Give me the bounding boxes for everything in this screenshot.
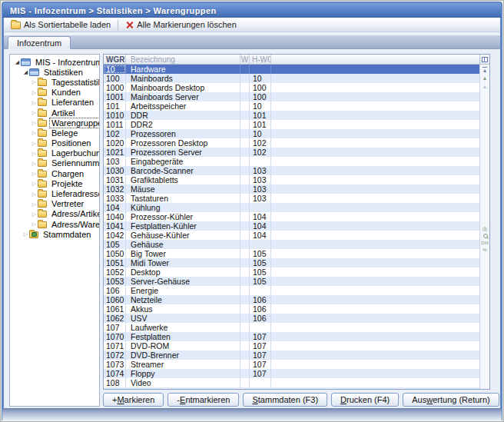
column-header-w[interactable]: W bbox=[240, 55, 250, 64]
table-row[interactable]: 1060Netzteile106 bbox=[104, 295, 479, 304]
collapsed-arrow-icon[interactable]: ▷ bbox=[22, 231, 29, 238]
cell-bezeichnung: Midi Tower bbox=[126, 258, 240, 267]
search-icon[interactable] bbox=[482, 233, 488, 240]
table-row[interactable]: 108Video bbox=[104, 378, 479, 387]
table-row[interactable]: 105Gehäuse bbox=[104, 240, 479, 249]
table-row[interactable]: 1051Midi Tower105 bbox=[104, 258, 479, 267]
table-row[interactable]: 107Laufwerke bbox=[104, 323, 479, 332]
table-row[interactable]: 1030Barcode-Scanner103 bbox=[104, 166, 479, 175]
table-row[interactable]: 106Energie bbox=[104, 286, 479, 295]
table-row[interactable]: 1031Grafiktabletts103 bbox=[104, 175, 479, 184]
tree-item-tagesstatistik[interactable]: ▷Tagesstatistik bbox=[10, 77, 99, 87]
scroll-first-icon[interactable]: ▲ bbox=[482, 67, 488, 74]
mark-button[interactable]: + Markieren bbox=[103, 393, 164, 407]
tree-item-statistiken[interactable]: ◢Statistiken bbox=[10, 67, 99, 77]
collapsed-arrow-icon[interactable]: ▷ bbox=[31, 140, 38, 147]
tree-item-adress-artikel[interactable]: ▷Adress/Artikel bbox=[10, 209, 99, 219]
table-row[interactable]: 101Arbeitsspeicher10 bbox=[104, 101, 479, 111]
table-row[interactable]: 102Prozessoren10 bbox=[104, 129, 479, 138]
title-bar[interactable]: MIS - Infozentrum > Statistiken > Wareng… bbox=[3, 3, 501, 18]
load-sort-table-button[interactable]: Als Sortiertabelle laden bbox=[7, 18, 114, 32]
tree-item-chargen[interactable]: ▷Chargen bbox=[10, 168, 99, 178]
tree-item-artikel[interactable]: ▷Artikel bbox=[10, 108, 99, 118]
table-row[interactable]: 1041Festplatten-Kühler104 bbox=[104, 221, 479, 231]
window-frame: MIS - Infozentrum > Statistiken > Wareng… bbox=[2, 2, 502, 420]
table-row[interactable]: 1073Streamer107 bbox=[104, 360, 479, 369]
collapsed-arrow-icon[interactable]: ▷ bbox=[31, 191, 38, 198]
table-row[interactable]: 103Eingabegeräte bbox=[104, 157, 479, 166]
table-row[interactable]: 1052Desktop105 bbox=[104, 267, 479, 277]
stammdaten-button[interactable]: Stammdaten (F3) bbox=[243, 393, 327, 407]
cell-h-wgr bbox=[250, 323, 271, 332]
unmark-button[interactable]: - Entmarkieren bbox=[167, 393, 239, 407]
report-button[interactable]: Auswertung (Return) bbox=[403, 393, 499, 407]
clear-marks-button[interactable]: Alle Markierungen löschen bbox=[121, 18, 240, 32]
table-row[interactable]: 1011DDR2101 bbox=[104, 120, 479, 129]
table-row[interactable]: 1001Mainboards Server100 bbox=[104, 92, 479, 101]
tree-item-lagerbuchungen[interactable]: ▷Lagerbuchungen bbox=[10, 148, 99, 158]
column-header-wgr[interactable]: WGR▼ bbox=[104, 55, 126, 64]
table-row[interactable]: 1033Tastaturen103 bbox=[104, 194, 479, 203]
table-row[interactable]: 1042Gehäuse-Kühler104 bbox=[104, 231, 479, 240]
collapsed-arrow-icon[interactable]: ▷ bbox=[31, 160, 38, 167]
tree-item-seriennummern[interactable]: ▷Seriennummern bbox=[10, 158, 99, 168]
column-header-bezeichnung[interactable]: Bezeichnung bbox=[126, 55, 240, 64]
tree-item-vertreter[interactable]: ▷Vertreter bbox=[10, 199, 99, 209]
page-up-icon[interactable]: ▲ bbox=[482, 82, 488, 91]
print-button[interactable]: Drucken (F4) bbox=[331, 393, 399, 407]
collapsed-arrow-icon[interactable]: ▷ bbox=[31, 201, 38, 208]
cell-w bbox=[240, 304, 250, 314]
table-row[interactable]: 100Mainboards10 bbox=[104, 74, 479, 83]
table-row[interactable]: 1050Big Tower105 bbox=[104, 249, 479, 258]
tree-item-projekte[interactable]: ▷Projekte bbox=[10, 178, 99, 188]
percent-icon[interactable]: % bbox=[482, 247, 486, 254]
cell-filler bbox=[271, 92, 479, 101]
collapsed-arrow-icon[interactable]: ▷ bbox=[31, 211, 38, 218]
table-row[interactable]: 1040Prozessor-Kühler104 bbox=[104, 212, 479, 221]
autosize-columns-icon[interactable]: (∥) bbox=[482, 226, 488, 233]
column-chooser-button[interactable] bbox=[479, 55, 489, 65]
expanded-arrow-icon[interactable]: ◢ bbox=[22, 68, 29, 75]
table-row[interactable]: 1062USV106 bbox=[104, 314, 479, 323]
column-header-h-wgr[interactable]: H-WGR bbox=[250, 55, 271, 64]
tree-item-stammdaten[interactable]: ▷Stammdaten bbox=[10, 229, 99, 239]
collapsed-arrow-icon[interactable]: ▷ bbox=[31, 170, 38, 177]
table-row[interactable]: 104Kühlung bbox=[104, 203, 479, 212]
table-row[interactable]: 1053Server-Gehäuse105 bbox=[104, 277, 479, 286]
tree-item-kunden[interactable]: ▷Kunden bbox=[10, 88, 99, 98]
table-row[interactable]: 1010DDR101 bbox=[104, 111, 479, 120]
tree-item-mis-infozentrum[interactable]: ◢MIS - Infozentrum bbox=[10, 57, 99, 67]
expanded-arrow-icon[interactable]: ◢ bbox=[14, 58, 21, 65]
tree-item-lieferadressen[interactable]: ▷Lieferadressen bbox=[10, 188, 99, 198]
cell-wgr: 106 bbox=[104, 286, 126, 295]
tree-item-positionen[interactable]: ▷Positionen bbox=[10, 138, 99, 148]
tab-infozentrum[interactable]: Infozentrum bbox=[8, 36, 71, 49]
table-row[interactable]: 10Hardware bbox=[104, 65, 479, 74]
table-row[interactable]: 1021Prozessoren Server102 bbox=[104, 148, 479, 157]
collapsed-arrow-icon[interactable]: ▷ bbox=[31, 109, 38, 116]
tree-item-lieferanten[interactable]: ▷Lieferanten bbox=[10, 98, 99, 108]
table-row[interactable]: 1071DVD-ROM107 bbox=[104, 341, 479, 351]
collapsed-arrow-icon[interactable]: ▷ bbox=[31, 221, 38, 228]
tree-item-adress-warengruppen[interactable]: ▷Adress/Warengruppen bbox=[10, 219, 99, 229]
table-row[interactable]: 1020Prozessoren Desktop102 bbox=[104, 138, 479, 148]
tree-item-belege[interactable]: ▷Belege bbox=[10, 128, 99, 138]
scroll-up-icon[interactable]: ▲ bbox=[482, 74, 488, 82]
table-row[interactable]: 1061Akkus106 bbox=[104, 304, 479, 314]
collapsed-arrow-icon[interactable]: ▷ bbox=[31, 180, 38, 187]
collapsed-arrow-icon[interactable]: ▷ bbox=[31, 89, 38, 96]
table-row[interactable]: 1070Festplatten107 bbox=[104, 332, 479, 341]
table-row[interactable]: 1074Floppy107 bbox=[104, 369, 479, 378]
collapsed-arrow-icon[interactable]: ▷ bbox=[31, 99, 38, 106]
table-row[interactable]: 1072DVD-Brenner107 bbox=[104, 351, 479, 360]
table-row[interactable]: 1032Mäuse103 bbox=[104, 184, 479, 194]
table-row[interactable]: 1080AGP108 bbox=[104, 387, 479, 390]
tree-item-warengruppen[interactable]: ▷Warengruppen bbox=[10, 118, 99, 128]
collapsed-arrow-icon[interactable]: ▷ bbox=[31, 78, 38, 85]
currency-icon[interactable]: DM bbox=[481, 240, 488, 247]
collapsed-arrow-icon[interactable]: ▷ bbox=[31, 150, 38, 157]
table-row[interactable]: 1000Mainboards Desktop100 bbox=[104, 83, 479, 92]
collapsed-arrow-icon[interactable]: ▷ bbox=[31, 129, 38, 136]
collapsed-arrow-icon[interactable]: ▷ bbox=[31, 119, 38, 126]
folder-icon bbox=[38, 211, 47, 218]
